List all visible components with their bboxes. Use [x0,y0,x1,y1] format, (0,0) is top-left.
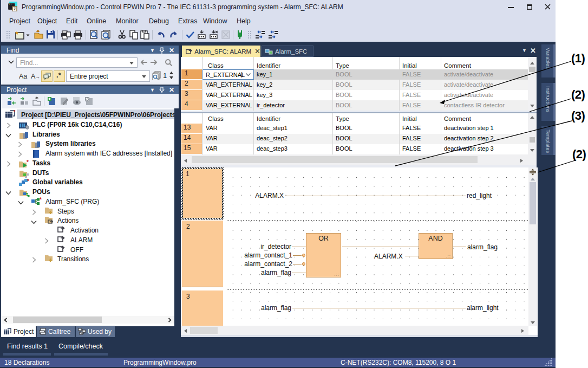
svg-text:*: * [27,160,29,165]
svg-text:*: * [40,197,42,203]
svg-text:*: * [27,178,29,184]
svg-text:7: 7 [14,7,16,11]
svg-text:*: * [14,109,16,114]
